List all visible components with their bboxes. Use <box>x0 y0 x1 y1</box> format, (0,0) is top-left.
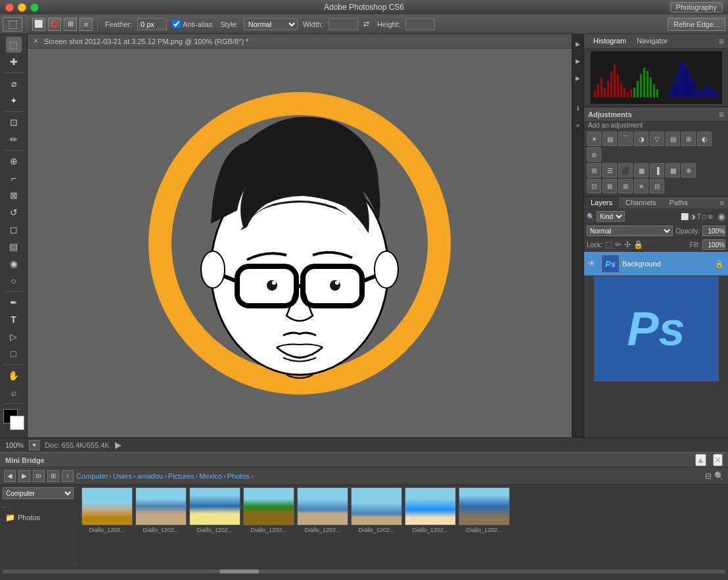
options-tool-btn[interactable]: ⬚ <box>3 17 22 32</box>
breadcrumb-pictures[interactable]: Pictures <box>168 472 194 480</box>
breadcrumb-mexico[interactable]: Mexico <box>199 472 222 480</box>
history-brush-btn[interactable]: ↺ <box>6 205 22 220</box>
pixel-filter-icon[interactable]: ⬜ <box>681 213 689 220</box>
brush-tool-btn[interactable]: ⌐ <box>6 170 22 186</box>
magic-wand-btn[interactable]: ✦ <box>6 93 22 109</box>
photo-filter-adj[interactable]: ⊘ <box>587 147 601 162</box>
clone-stamp-btn[interactable]: ⊠ <box>6 187 22 203</box>
shape-btn[interactable]: □ <box>6 346 22 362</box>
crop-tool-btn[interactable]: ⊡ <box>6 114 22 130</box>
thumb-item-7[interactable]: Diallo_1202... <box>405 487 456 533</box>
close-button[interactable] <box>5 3 14 12</box>
maximize-button[interactable] <box>30 3 39 12</box>
filter-toggle-btn[interactable]: ◉ <box>717 211 725 222</box>
lasso-tool-btn[interactable]: ⌀ <box>6 76 22 91</box>
info-icon[interactable]: ℹ <box>572 103 584 114</box>
layer-background[interactable]: 👁 Ps Background 🔒 <box>584 252 728 276</box>
scrollthumb[interactable] <box>219 569 259 573</box>
color-balance-adj[interactable]: ⊞ <box>681 132 696 146</box>
doc-close-btn[interactable]: ✕ <box>33 37 39 45</box>
properties-icon[interactable]: ▶ <box>572 72 584 84</box>
curves-adj[interactable]: ⌒ <box>618 132 633 146</box>
status-expand-btn[interactable]: ▶ <box>115 440 122 450</box>
mb-view-toggle-btn[interactable]: ⊞ <box>47 470 59 482</box>
lock-move-btn[interactable]: ✢ <box>624 240 631 249</box>
move-tool-btn[interactable]: ✚ <box>6 54 22 70</box>
breadcrumb-users[interactable]: Users <box>113 472 132 480</box>
levels-adj[interactable]: ▤ <box>603 132 617 146</box>
hue-sat-adj[interactable]: ▤ <box>666 132 680 146</box>
eyedropper-btn[interactable]: ✏ <box>6 132 22 147</box>
mb-search-btn[interactable]: 🔍 <box>714 471 724 481</box>
mb-forward-btn[interactable]: ▶ <box>18 470 30 482</box>
exposure-adj[interactable]: ◑ <box>634 132 648 146</box>
channel-mixer-adj[interactable]: ⊞ <box>587 163 601 178</box>
fill-input[interactable] <box>702 239 725 250</box>
tab-navigator[interactable]: Navigator <box>631 36 673 47</box>
posterize-adj[interactable]: ▦ <box>634 163 648 178</box>
zoom-tool-btn[interactable]: ⌕ <box>6 385 22 400</box>
lock-transparent-btn[interactable]: ⬚ <box>605 240 612 249</box>
thumb-item-1[interactable]: Diallo_1202... <box>81 487 133 533</box>
adj-icon-e[interactable]: ⊟ <box>650 179 664 193</box>
mini-bridge-close-btn[interactable]: ✕ <box>713 454 723 466</box>
histogram-menu-btn[interactable]: ≡ <box>719 36 724 47</box>
background-color[interactable] <box>10 416 24 430</box>
text-tool-btn[interactable]: T <box>6 312 22 327</box>
minimize-button[interactable] <box>18 3 26 12</box>
color-picker[interactable] <box>3 409 24 430</box>
threshold-adj[interactable]: ▐ <box>650 163 664 178</box>
adj-icon-c[interactable]: ⊞ <box>618 179 633 193</box>
marquee-tool-btn[interactable]: ⬚ <box>6 37 22 53</box>
thumb-item-6[interactable]: Diallo_1202... <box>351 487 402 533</box>
mini-bridge-expand-btn[interactable]: ▲ <box>695 454 706 466</box>
rect-marquee-btn[interactable]: ⬜ <box>32 18 45 31</box>
workspace-button[interactable]: Photography <box>670 2 723 12</box>
selective-color-adj[interactable]: ⊛ <box>681 163 696 178</box>
mb-bridge-btn[interactable]: Br <box>33 470 45 482</box>
adj-filter-icon[interactable]: ◑ <box>690 213 696 220</box>
gradient-map-adj[interactable]: ▩ <box>666 163 680 178</box>
color-lookup-adj[interactable]: ☰ <box>603 163 617 178</box>
layers-menu-btn[interactable]: ≡ <box>716 197 728 208</box>
mb-dotdot-item[interactable]: .. <box>3 502 76 509</box>
antialias-checkbox[interactable] <box>172 20 181 28</box>
tab-channels[interactable]: Channels <box>619 197 662 208</box>
layer-visibility-eye[interactable]: 👁 <box>588 259 599 268</box>
gradient-btn[interactable]: ▤ <box>6 239 22 254</box>
black-white-adj[interactable]: ◐ <box>697 132 712 146</box>
adj-icon-d[interactable]: ✕ <box>634 179 648 193</box>
tab-paths[interactable]: Paths <box>663 197 694 208</box>
height-input[interactable] <box>405 18 435 30</box>
lock-paint-btn[interactable]: ✏ <box>615 240 622 249</box>
tab-histogram[interactable]: Histogram <box>588 36 631 47</box>
hand-tool-btn[interactable]: ✋ <box>6 368 22 383</box>
feather-input[interactable] <box>137 18 167 30</box>
breadcrumb-photos[interactable]: Photos <box>227 472 250 480</box>
mb-location-select[interactable]: Computer <box>3 487 74 499</box>
healing-brush-btn[interactable]: ⊕ <box>6 153 22 169</box>
thumb-item-3[interactable]: Diallo_1202... <box>189 487 240 533</box>
blur-btn[interactable]: ◉ <box>6 256 22 272</box>
col-marquee-btn[interactable]: ⊞ <box>64 18 77 31</box>
mini-toolbar-icon[interactable]: ≡ <box>572 120 584 132</box>
dodge-btn[interactable]: ○ <box>6 273 22 289</box>
tab-layers[interactable]: Layers <box>584 197 619 208</box>
shape-filter-icon[interactable]: □ <box>702 213 706 220</box>
path-sel-btn[interactable]: ▷ <box>6 329 22 345</box>
zoom-options-btn[interactable]: ▼ <box>29 440 39 450</box>
mb-photos-folder[interactable]: 📁 Photos <box>3 512 76 523</box>
adj-icon-b[interactable]: ⊠ <box>603 179 617 193</box>
layer-kind-select[interactable]: Kind <box>597 211 625 222</box>
mini-bridge-scrollbar[interactable] <box>0 567 728 575</box>
thumb-item-5[interactable]: Diallo_1202... <box>297 487 348 533</box>
vibrance-adj[interactable]: ▽ <box>650 132 664 146</box>
thumb-item-2[interactable]: Diallo_1202... <box>135 487 187 533</box>
lock-all-btn[interactable]: 🔒 <box>633 240 643 249</box>
eraser-btn[interactable]: ◻ <box>6 222 22 237</box>
history-icon[interactable]: ▶ <box>572 38 584 50</box>
breadcrumb-amadou[interactable]: amadou <box>137 472 163 480</box>
type-filter-icon[interactable]: T <box>697 213 701 220</box>
antialias-label[interactable]: Anti-alias <box>170 18 215 30</box>
blend-mode-select[interactable]: Normal Multiply Screen <box>587 226 673 236</box>
